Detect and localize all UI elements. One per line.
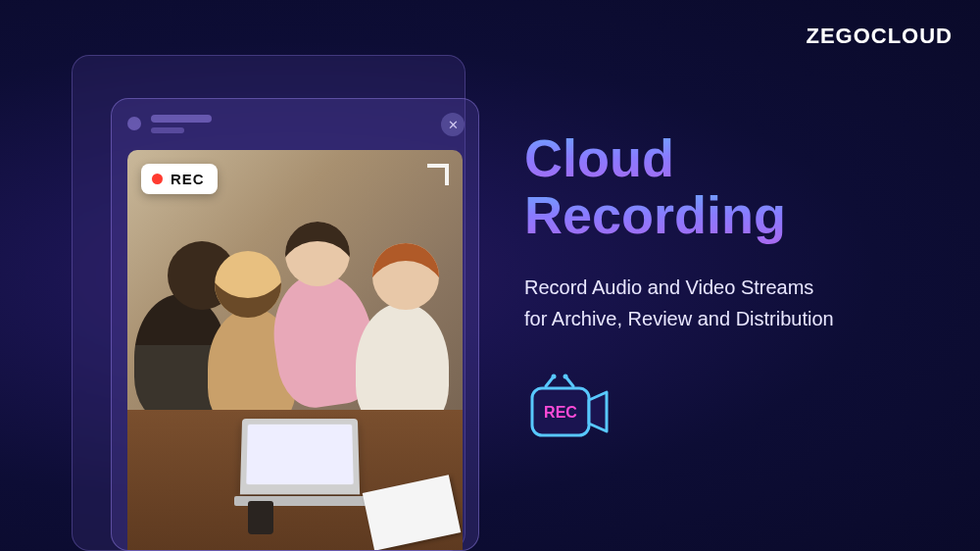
rec-icon-text: REC xyxy=(544,404,577,421)
hero-subtitle-line2: for Archive, Review and Distribution xyxy=(524,303,941,334)
svg-point-3 xyxy=(564,375,568,379)
rec-label: REC xyxy=(171,171,205,187)
hero-subtitle-line1: Record Audio and Video Streams xyxy=(524,272,941,303)
recording-indicator-badge: REC xyxy=(141,164,218,194)
card-title-placeholder xyxy=(151,115,212,123)
video-preview: REC xyxy=(127,150,463,550)
hero-content: Cloud Recording Record Audio and Video S… xyxy=(524,129,941,334)
meeting-illustration xyxy=(127,150,463,550)
svg-point-2 xyxy=(552,375,557,379)
focus-corner-icon xyxy=(427,164,449,185)
hero-title-line2: Recording xyxy=(524,186,941,243)
recorder-camera-icon: REC xyxy=(524,373,614,443)
record-dot-icon xyxy=(152,174,163,184)
close-icon: ✕ xyxy=(448,118,459,132)
close-button[interactable]: ✕ xyxy=(441,113,465,136)
card-avatar-placeholder xyxy=(127,117,141,130)
hero-subtitle: Record Audio and Video Streams for Archi… xyxy=(524,272,941,334)
recording-card: ✕ REC xyxy=(111,98,479,551)
brand-logo: ZEGOCLOUD xyxy=(806,24,953,49)
card-subtitle-placeholder xyxy=(151,127,184,133)
hero-title-line1: Cloud xyxy=(524,129,941,186)
